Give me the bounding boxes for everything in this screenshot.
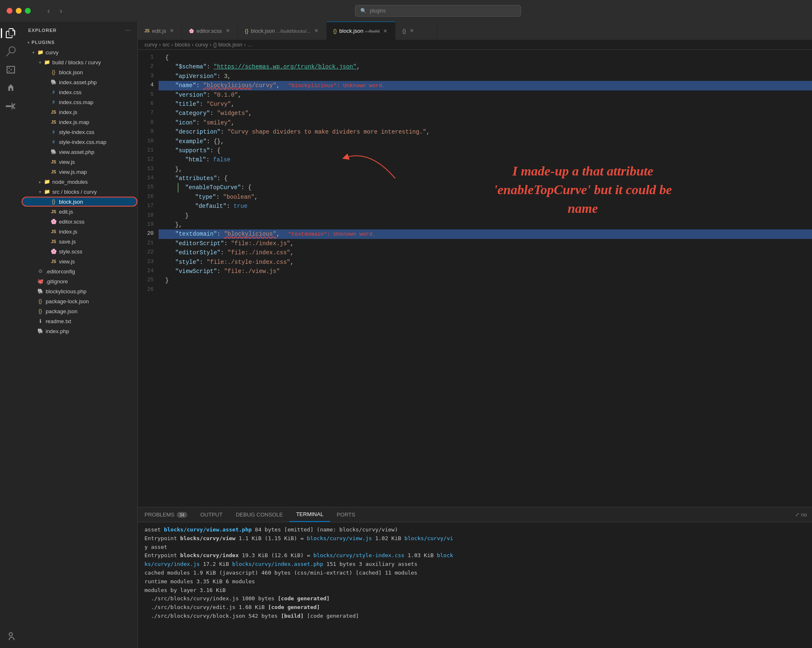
tab-editor-scss[interactable]: 🌸 editor.scss ✕ xyxy=(182,22,238,40)
sidebar-item-index-asset-php[interactable]: ▸ 🐘 index.asset.php xyxy=(22,77,137,87)
forward-button[interactable]: › xyxy=(56,5,66,17)
code-line: "editorStyle": "file:./index.css", xyxy=(159,248,812,257)
breadcrumb-part[interactable]: blocks xyxy=(175,41,190,48)
sidebar-item-index-css[interactable]: ▸ # index.css xyxy=(22,87,137,97)
tab-close-button[interactable]: ✕ xyxy=(313,27,320,34)
sidebar-item-index-js-map[interactable]: ▸ JS index.js.map xyxy=(22,117,137,127)
breadcrumb-part[interactable]: curvy xyxy=(144,41,157,48)
sidebar-item-save-js[interactable]: ▸ JS save.js xyxy=(22,236,137,246)
explorer-icon[interactable] xyxy=(2,25,19,41)
sidebar-item-editorconfig[interactable]: ▸ ⚙ .editorconfig xyxy=(22,266,137,276)
tab-label: {} xyxy=(402,28,406,34)
maximize-button[interactable] xyxy=(25,8,31,14)
tab-block-json-build[interactable]: {} block.json .../build/blocks/... ✕ xyxy=(238,22,327,40)
sidebar-item-node-modules[interactable]: ▸ 📁 node_modules xyxy=(22,177,137,187)
panel-maximize-button[interactable]: ⤢ no xyxy=(795,512,812,518)
code-line: "title": "Curvy", xyxy=(159,100,812,109)
tree-label: node_modules xyxy=(52,179,88,185)
tab-extra[interactable]: {} ✕ xyxy=(396,22,437,40)
breadcrumb-part[interactable]: … xyxy=(247,41,253,48)
code-line: "type": "boolean", xyxy=(159,192,812,202)
chevron-down-icon: ▾ xyxy=(37,59,43,66)
sidebar-item-block-json-src[interactable]: ▸ {} block.json xyxy=(22,197,137,207)
tab-close-button[interactable]: ✕ xyxy=(382,28,389,34)
sidebar-item-package-lock-json[interactable]: ▸ {} package-lock.json xyxy=(22,296,137,306)
css-icon: # xyxy=(50,138,57,146)
code-editor[interactable]: 1 2 3 4 5 6 7 8 9 10 11 12 13 14 15 16 1 xyxy=(138,50,812,507)
tree-label: index.php xyxy=(46,328,69,334)
sidebar-item-blockylicious-php[interactable]: ▸ 🐘 blockylicious.php xyxy=(22,286,137,296)
tree-label: package.json xyxy=(46,308,78,314)
tab-close-button[interactable]: ✕ xyxy=(169,27,175,34)
search-icon-activity[interactable] xyxy=(2,43,19,60)
sidebar-item-view-js[interactable]: ▸ JS view.js xyxy=(22,157,137,167)
code-line-highlighted: "textdomain": "blockylicious","textdomai… xyxy=(159,229,812,239)
sidebar-item-view-js-map[interactable]: ▸ JS view.js.map xyxy=(22,167,137,177)
sidebar-item-style-index-css-map[interactable]: ▸ # style-index.css.map xyxy=(22,137,137,147)
breadcrumb-part[interactable]: curvy xyxy=(195,41,208,48)
close-button[interactable] xyxy=(7,8,12,14)
sidebar-item-view-js-src[interactable]: ▸ JS view.js xyxy=(22,256,137,266)
tab-block-json-src[interactable]: {} block.json .../build ✕ xyxy=(327,22,396,40)
tree-label: style-index.css xyxy=(59,129,94,135)
tab-edit-js[interactable]: JS edit.js ✕ xyxy=(138,22,182,40)
tab-problems[interactable]: PROBLEMS 34 xyxy=(138,507,194,522)
source-control-icon[interactable] xyxy=(2,61,19,78)
sidebar-item-index-php[interactable]: ▸ 🐘 index.php xyxy=(22,326,137,336)
js-icon: JS xyxy=(50,108,57,116)
sidebar-menu-button[interactable]: ··· xyxy=(125,27,131,34)
tree-label: editor.scss xyxy=(59,219,84,225)
js-icon: JS xyxy=(50,168,57,175)
js-icon: JS xyxy=(50,158,57,166)
account-icon[interactable] xyxy=(2,628,19,645)
terminal-line: y asset xyxy=(144,543,805,552)
sidebar-item-edit-js[interactable]: ▸ JS edit.js xyxy=(22,207,137,217)
breadcrumb-part[interactable]: {} block.json xyxy=(213,41,242,48)
tab-debug-console[interactable]: DEBUG CONSOLE xyxy=(229,507,289,522)
sidebar-item-index-js-src[interactable]: ▸ JS index.js xyxy=(22,227,137,236)
back-button[interactable]: ‹ xyxy=(44,5,53,17)
minimize-button[interactable] xyxy=(16,8,22,14)
sidebar-item-readme[interactable]: ▸ ℹ readme.txt xyxy=(22,316,137,326)
sidebar-item-block-json-build[interactable]: ▸ {} block.json xyxy=(22,67,137,77)
tab-close-button[interactable]: ✕ xyxy=(408,27,415,34)
sidebar-item-package-json[interactable]: ▸ {} package.json xyxy=(22,306,137,316)
js-icon: JS xyxy=(50,118,57,126)
traffic-lights xyxy=(7,8,31,14)
tab-label: OUTPUT xyxy=(201,512,223,518)
code-line: "apiVersion": 3, xyxy=(159,72,812,81)
plugins-root[interactable]: ▾ PLUGINS xyxy=(22,37,137,47)
tree-label: edit.js xyxy=(59,209,73,215)
sidebar-item-style-index-css[interactable]: ▸ # style-index.css xyxy=(22,127,137,137)
run-debug-icon[interactable] xyxy=(2,80,19,96)
tab-label: block.json .../build xyxy=(339,28,379,34)
code-content: { "$schema": "https://schemas.wp.org/tru… xyxy=(159,50,812,507)
sidebar-item-index-js[interactable]: ▸ JS index.js xyxy=(22,107,137,117)
tab-ports[interactable]: PORTS xyxy=(330,507,362,522)
tree-label: block.json xyxy=(59,199,83,205)
code-line: "$schema": "https://schemas.wp.org/trunk… xyxy=(159,62,812,71)
sidebar-item-src-blocks-curvy[interactable]: ▾ 📁 src / blocks / curvy xyxy=(22,187,137,197)
sidebar-item-view-asset-php[interactable]: ▸ 🐘 view.asset.php xyxy=(22,147,137,157)
sidebar: Explorer ··· ▾ PLUGINS ▾ 📁 curvy ▾ 📁 bui… xyxy=(22,22,138,648)
tree-label: .gitignore xyxy=(46,278,68,285)
sidebar-item-gitignore[interactable]: ▸ 🐙 .gitignore xyxy=(22,276,137,286)
sidebar-title: Explorer xyxy=(28,28,57,33)
css-icon: # xyxy=(50,98,57,106)
folder-icon: 📁 xyxy=(43,178,51,185)
sidebar-item-style-scss[interactable]: ▸ 🌸 style.scss xyxy=(22,246,137,256)
sidebar-item-curvy[interactable]: ▾ 📁 curvy xyxy=(22,47,137,57)
extensions-icon[interactable] xyxy=(2,98,19,114)
tab-output[interactable]: OUTPUT xyxy=(194,507,229,522)
tab-terminal[interactable]: TERMINAL xyxy=(289,507,330,522)
tab-close-button[interactable]: ✕ xyxy=(225,27,231,34)
terminal-line: cached modules 1.9 KiB (javascript) 460 … xyxy=(144,569,805,577)
sidebar-item-build-blocks-curvy[interactable]: ▾ 📁 build / blocks / curvy xyxy=(22,57,137,67)
sidebar-item-index-css-map[interactable]: ▸ # index.css.map xyxy=(22,97,137,107)
tree-label: block.json xyxy=(59,69,83,76)
terminal-line: ./src/blocks/curvy/block.json 542 bytes … xyxy=(144,612,805,621)
titlebar: ‹ › 🔍 plugins xyxy=(0,0,812,22)
breadcrumb-part[interactable]: src xyxy=(162,41,169,48)
search-bar[interactable]: 🔍 plugins xyxy=(355,5,521,17)
sidebar-item-editor-scss[interactable]: ▸ 🌸 editor.scss xyxy=(22,217,137,227)
